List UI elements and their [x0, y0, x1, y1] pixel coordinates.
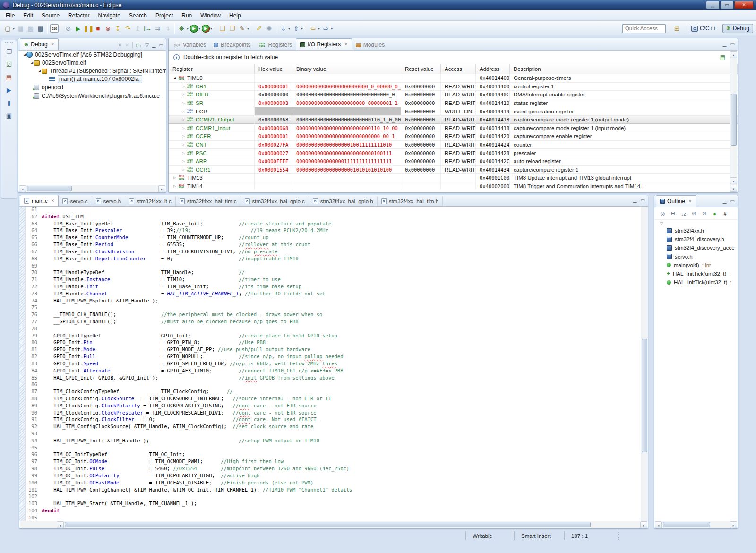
- perspective-debug-button[interactable]: ❋ Debug: [722, 24, 753, 33]
- new-class-icon-menu[interactable]: ▾: [247, 26, 249, 31]
- register-row-tim14[interactable]: ▷10100101TIM140x40002000TIM8 Trigger and…: [169, 182, 738, 191]
- editor-hscrollbar[interactable]: ◂ ▸: [20, 521, 647, 528]
- scroll-left-icon[interactable]: ◂: [655, 521, 662, 528]
- debug-tree-row[interactable]: C:/Ac6/SystemWorkbench/plugins/fr.ac6.mc…: [18, 92, 166, 100]
- highlighter-icon[interactable]: ✐: [255, 24, 264, 33]
- code-line-66[interactable]: 66 TIM_Base_Init.Period = 65535; //rollo…: [26, 242, 641, 249]
- register-row-ccer[interactable]: ▷10100101CCER0x0000000100000000000000000…: [169, 132, 738, 141]
- editor-tab-servo-h[interactable]: hservo.h: [92, 196, 126, 206]
- code-line-83[interactable]: 83 GPIO_Init.Speed = GPIO_SPEED_FREQ_LOW…: [26, 361, 641, 368]
- back-icon[interactable]: ⇦: [309, 24, 318, 33]
- register-row-tim10[interactable]: ◢10100101TIM100x40014400General-purpose-…: [169, 74, 738, 83]
- expand-arrow-icon[interactable]: ▷: [172, 176, 177, 180]
- editor-tab-stm32f4xx_hal_tim-c[interactable]: cstm32f4xx_hal_tim.c: [176, 196, 241, 206]
- expand-arrow-icon[interactable]: ▷: [181, 101, 186, 105]
- column-header-access[interactable]: Access: [441, 64, 476, 74]
- editor-tab-main-c[interactable]: cmain.c✕: [20, 195, 59, 206]
- debug-icon[interactable]: ❋: [177, 24, 186, 33]
- memory-view-icon[interactable]: ▮: [4, 98, 14, 108]
- profile-icon-menu[interactable]: ▾: [210, 26, 212, 31]
- toggle-mark-icon[interactable]: ✺: [265, 24, 274, 33]
- outline-item[interactable]: stm32f4_discovery.h: [654, 235, 738, 243]
- instruction-stepping-icon[interactable]: i→: [143, 24, 152, 33]
- editor-tab-stm32f4xx_hal_gpio-h[interactable]: hstm32f4xx_hal_gpio.h: [309, 196, 378, 206]
- filters-icon[interactable]: #: [722, 211, 729, 216]
- open-perspective-icon[interactable]: ⊞: [672, 24, 681, 33]
- menu-navigate[interactable]: Navigate: [94, 11, 124, 20]
- save-all-icon[interactable]: ▩: [26, 24, 35, 33]
- forward-icon-menu[interactable]: ▾: [331, 26, 333, 31]
- close-icon[interactable]: ✕: [688, 199, 692, 204]
- menu-project[interactable]: Project: [151, 11, 177, 20]
- register-row-egr[interactable]: ▷10100101EGR0x00000000WRITE-ONLY0x400144…: [169, 107, 738, 116]
- code-line-73[interactable]: 73 TIM_Handle.Channel = HAL_TIM_ACTIVE_C…: [26, 291, 641, 298]
- code-line-91[interactable]: 91 TIM_ClockConfig.ClockFilter = 0; //do…: [26, 416, 641, 423]
- maximize-icon[interactable]: ▭: [159, 43, 163, 48]
- view-menu-icon[interactable]: ▽: [145, 43, 149, 48]
- export-registers-icon[interactable]: ▤: [720, 54, 725, 60]
- expand-arrow-icon[interactable]: ▷: [181, 118, 186, 121]
- outline-hscrollbar[interactable]: ◂ ▸: [655, 521, 737, 528]
- link-with-editor-icon[interactable]: ◎: [659, 210, 666, 216]
- register-row-ccmr1_output[interactable]: ▷10100101CCMR1_Output0x00000068000000000…: [169, 116, 738, 124]
- debug-tree-row[interactable]: ◢Thread #1 (Suspended : Signal : SIGINT:…: [18, 67, 166, 75]
- new-binary-icon[interactable]: 010: [50, 24, 59, 33]
- outline-item[interactable]: +HAL_InitTick(uint32_t) :: [654, 269, 738, 278]
- quick-access-input[interactable]: [622, 24, 666, 33]
- code-line-87[interactable]: 87 TIM_ClockConfigTypeDef TIM_ClockConfi…: [26, 389, 641, 396]
- next-annotation-icon[interactable]: ⇩: [279, 24, 288, 33]
- show-logical-structure-icon[interactable]: ⇉: [153, 24, 162, 33]
- scroll-right-icon[interactable]: ▸: [640, 521, 647, 528]
- new-wizard-icon-menu[interactable]: ▾: [13, 26, 15, 31]
- resume-icon[interactable]: ▶: [74, 24, 83, 33]
- code-line-92[interactable]: 92 HAL_TIM_ConfigClockSource( &TIM_Handl…: [26, 423, 641, 431]
- expand-arrow-icon[interactable]: ◢: [37, 69, 42, 73]
- close-icon[interactable]: ✕: [51, 199, 55, 203]
- save-icon[interactable]: ▦: [16, 24, 25, 33]
- menu-window[interactable]: Window: [196, 11, 225, 20]
- expand-arrow-icon[interactable]: ▷: [181, 134, 186, 138]
- expand-arrow-icon[interactable]: ◢: [22, 53, 26, 57]
- minimize-editor-icon[interactable]: ▁: [633, 198, 637, 203]
- code-line-98[interactable]: 98 TIM_OC_Init.Pulse = 5460; //0x1554 //…: [26, 466, 641, 473]
- code-line-68[interactable]: 68 TIM_Base_Init.RepetitionCounter = 0; …: [26, 256, 641, 263]
- scroll-up2-icon[interactable]: ▴: [730, 177, 737, 184]
- tab-registers[interactable]: 10100101Registers: [255, 40, 296, 50]
- new-class-icon[interactable]: ✎: [238, 24, 247, 33]
- code-editor[interactable]: 6162#ifdef USE_TIM63 TIM_Base_InitTypeDe…: [26, 207, 641, 521]
- sort-icon[interactable]: ↓z: [680, 211, 687, 216]
- register-row-ccr1[interactable]: ▷10100101CCR10x0000155400000000000000000…: [169, 166, 738, 174]
- register-row-ccmr1_input[interactable]: ▷10100101CCMR1_Input0x000000680000000000…: [169, 124, 738, 133]
- code-line-79[interactable]: 79 GPIO_InitTypeDef GPIO_Init; //create …: [26, 333, 641, 340]
- menu-run[interactable]: Run: [177, 11, 196, 20]
- run-icon[interactable]: ▶: [190, 25, 198, 33]
- outline-item[interactable]: stm32f4xx.h: [654, 226, 738, 235]
- code-line-86[interactable]: 86: [26, 381, 641, 389]
- remove-all-terminated-icon[interactable]: ✕: [125, 43, 129, 48]
- scroll-thumb[interactable]: [663, 522, 710, 527]
- tab-breakpoints[interactable]: Breakpoints: [210, 40, 254, 50]
- code-line-100[interactable]: 100 TIM_OC_Init.OCFastMode = TIM_OCFAST_…: [26, 480, 641, 487]
- outline-item[interactable]: servo.h: [654, 252, 738, 261]
- back-icon-menu[interactable]: ▾: [318, 26, 320, 31]
- scroll-left-icon[interactable]: ◂: [19, 185, 26, 192]
- menu-search[interactable]: Search: [125, 11, 151, 20]
- debug-tree-row[interactable]: main() at main.c:107 0x80002fa: [18, 75, 166, 83]
- instruction-stepping-icon[interactable]: i→: [136, 43, 142, 48]
- new-wizard-icon[interactable]: ▢: [3, 24, 12, 33]
- perspective-cpp-button[interactable]: C C/C++: [688, 24, 720, 33]
- previous-annotation-icon-menu[interactable]: ▾: [301, 26, 303, 31]
- annotation-column[interactable]: [19, 207, 26, 521]
- code-line-94[interactable]: 94 HAL_TIM_PWM_Init( &TIM_Handle ); //se…: [26, 438, 641, 445]
- code-line-82[interactable]: 82 GPIO_Init.Pull = GPIO_NOPULL; //since…: [26, 354, 641, 361]
- code-line-62[interactable]: 62#ifdef USE_TIM: [26, 214, 641, 221]
- column-header-hex-value[interactable]: Hex value: [255, 64, 292, 74]
- menu-edit[interactable]: Edit: [19, 11, 37, 20]
- collapse-chevron-icon[interactable]: ▽: [654, 220, 738, 226]
- profile-icon[interactable]: ▶: [202, 25, 210, 33]
- minimize-icon[interactable]: ▁: [152, 43, 156, 48]
- menu-help[interactable]: Help: [225, 11, 245, 20]
- register-row-dier[interactable]: ▷10100101DIER0x0000000000000000000000000…: [169, 91, 738, 99]
- debug-icon-menu[interactable]: ▾: [187, 26, 189, 31]
- scroll-thumb[interactable]: [27, 186, 72, 191]
